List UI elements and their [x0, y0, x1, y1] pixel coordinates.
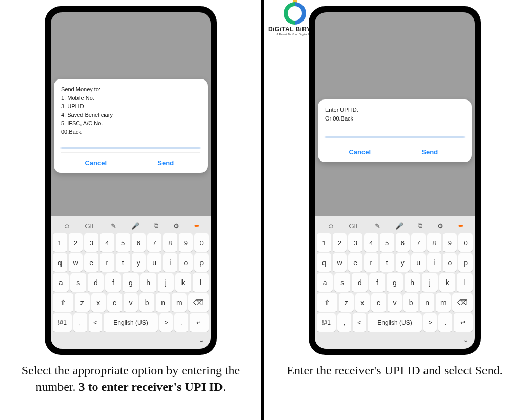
gif-icon[interactable]: GIF [85, 222, 96, 230]
send-button[interactable]: Send [131, 153, 201, 173]
key-x[interactable]: x [355, 293, 370, 312]
key-0[interactable]: 0 [194, 233, 209, 252]
key-b[interactable]: b [403, 293, 418, 312]
key-o[interactable]: o [443, 253, 457, 272]
gif-icon[interactable]: GIF [349, 222, 360, 230]
key-8[interactable]: 8 [163, 233, 177, 252]
key-1[interactable]: 1 [317, 233, 331, 252]
key-7[interactable]: 7 [147, 233, 161, 252]
key-q[interactable]: q [53, 253, 67, 272]
key-,[interactable]: , [73, 313, 87, 332]
key-9[interactable]: 9 [179, 233, 193, 252]
key-f[interactable]: f [105, 273, 121, 292]
key-⌫[interactable]: ⌫ [452, 293, 473, 312]
key-3[interactable]: 3 [84, 233, 98, 252]
key-k[interactable]: k [439, 273, 455, 292]
key-7[interactable]: 7 [411, 233, 426, 252]
key-,[interactable]: , [337, 313, 351, 332]
key-!#1[interactable]: !#1 [317, 313, 336, 332]
key-5[interactable]: 5 [380, 233, 394, 252]
key-m[interactable]: m [172, 293, 187, 312]
key-english (us)[interactable]: English (US) [104, 313, 158, 332]
key-↵[interactable]: ↵ [190, 313, 209, 332]
key-t[interactable]: t [116, 253, 130, 272]
key-p[interactable]: p [194, 253, 209, 272]
key-↵[interactable]: ↵ [454, 313, 473, 332]
key-c[interactable]: c [371, 293, 386, 312]
key->[interactable]: > [423, 313, 437, 332]
key-y[interactable]: y [132, 253, 146, 272]
key-r[interactable]: r [100, 253, 114, 272]
key-1[interactable]: 1 [53, 233, 67, 252]
key-4[interactable]: 4 [100, 233, 114, 252]
more-icon[interactable]: ••• [194, 222, 198, 230]
key-i[interactable]: i [427, 253, 441, 272]
key-j[interactable]: j [422, 273, 438, 292]
key-i[interactable]: i [163, 253, 177, 272]
dialog-input[interactable] [61, 139, 200, 148]
key-p[interactable]: p [458, 253, 473, 272]
key-⇧[interactable]: ⇧ [317, 293, 337, 312]
key-f[interactable]: f [369, 273, 385, 292]
key-<[interactable]: < [89, 313, 102, 332]
key-<[interactable]: < [353, 313, 366, 332]
key-j[interactable]: j [158, 273, 174, 292]
key-o[interactable]: o [179, 253, 193, 272]
key-d[interactable]: d [352, 273, 368, 292]
key-h[interactable]: h [405, 273, 420, 292]
key-u[interactable]: u [411, 253, 426, 272]
collapse-keyboard-icon[interactable]: ⌄ [462, 335, 469, 344]
key-v[interactable]: v [124, 293, 138, 312]
key-e[interactable]: e [84, 253, 98, 272]
key-n[interactable]: n [156, 293, 171, 312]
sticker-icon[interactable]: ✎ [111, 222, 116, 230]
clipboard-icon[interactable]: ⧉ [154, 222, 158, 230]
cancel-button[interactable]: Cancel [61, 153, 131, 173]
key-0[interactable]: 0 [458, 233, 473, 252]
key-v[interactable]: v [388, 293, 402, 312]
key-w[interactable]: w [69, 253, 83, 272]
key-l[interactable]: l [193, 273, 209, 292]
key-a[interactable]: a [317, 273, 333, 292]
key-6[interactable]: 6 [132, 233, 146, 252]
emoji-icon[interactable]: ☺ [327, 222, 334, 230]
mic-icon[interactable]: 🎤 [131, 222, 139, 230]
key-4[interactable]: 4 [364, 233, 378, 252]
key-k[interactable]: k [175, 273, 191, 292]
key-2[interactable]: 2 [69, 233, 83, 252]
key-5[interactable]: 5 [116, 233, 130, 252]
key-g[interactable]: g [123, 273, 138, 292]
key-x[interactable]: x [91, 293, 106, 312]
key-english (us)[interactable]: English (US) [368, 313, 422, 332]
gear-icon[interactable]: ⚙ [173, 222, 179, 230]
key-e[interactable]: e [348, 253, 362, 272]
gear-icon[interactable]: ⚙ [437, 222, 443, 230]
key-⌫[interactable]: ⌫ [188, 293, 209, 312]
key-9[interactable]: 9 [443, 233, 457, 252]
key-g[interactable]: g [387, 273, 402, 292]
send-button[interactable]: Send [395, 142, 465, 162]
key-c[interactable]: c [107, 293, 122, 312]
key-⇧[interactable]: ⇧ [53, 293, 73, 312]
mic-icon[interactable]: 🎤 [395, 222, 403, 230]
key-3[interactable]: 3 [348, 233, 362, 252]
key-m[interactable]: m [436, 293, 451, 312]
key-l[interactable]: l [457, 273, 473, 292]
key-8[interactable]: 8 [427, 233, 441, 252]
key-b[interactable]: b [139, 293, 154, 312]
key-q[interactable]: q [317, 253, 331, 272]
key-a[interactable]: a [53, 273, 69, 292]
key-s[interactable]: s [70, 273, 86, 292]
key-n[interactable]: n [420, 293, 435, 312]
key-.[interactable]: . [438, 313, 452, 332]
clipboard-icon[interactable]: ⧉ [418, 222, 422, 230]
key-z[interactable]: z [339, 293, 354, 312]
key-r[interactable]: r [364, 253, 378, 272]
key-w[interactable]: w [333, 253, 347, 272]
key-!#1[interactable]: !#1 [53, 313, 72, 332]
key-y[interactable]: y [396, 253, 410, 272]
key-t[interactable]: t [380, 253, 394, 272]
key-u[interactable]: u [147, 253, 161, 272]
collapse-keyboard-icon[interactable]: ⌄ [198, 335, 205, 344]
key-z[interactable]: z [75, 293, 90, 312]
